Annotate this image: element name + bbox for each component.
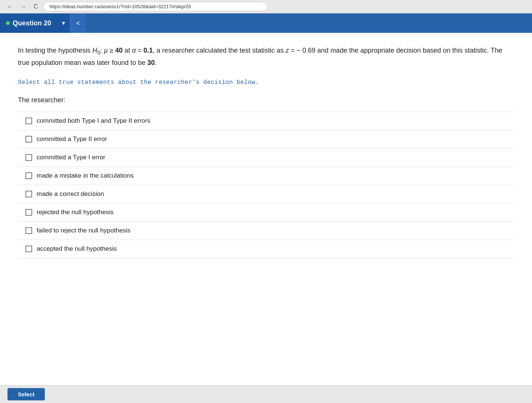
checkbox-opt1[interactable] — [25, 118, 32, 124]
option-label: made a mistake in the calculations — [37, 172, 134, 179]
browser-bar: ← → C https://ideas.humber.ca/assess1/?c… — [0, 0, 532, 13]
sub-label: The researcher: — [18, 96, 514, 104]
option-label: failed to reject the null hypothesis — [37, 227, 130, 234]
status-dot — [6, 21, 10, 25]
option-label: rejected the null hypothesis — [37, 209, 114, 216]
content-area: In testing the hypothesis H0: μ ≥ 40 at … — [0, 33, 532, 399]
checkbox-opt5[interactable] — [25, 191, 32, 197]
option-label: committed both Type I and Type II errors — [37, 117, 151, 125]
list-item[interactable]: made a correct decision — [18, 185, 514, 203]
forward-button[interactable]: → — [18, 2, 28, 12]
checkbox-opt6[interactable] — [25, 209, 32, 216]
select-button[interactable]: Select — [7, 388, 45, 400]
list-item[interactable]: failed to reject the null hypothesis — [18, 221, 514, 240]
checkbox-opt7[interactable] — [25, 227, 32, 234]
list-item[interactable]: committed a Type II error — [18, 130, 514, 148]
checkbox-opt3[interactable] — [25, 154, 32, 161]
question-header: Question 20 ▼ < — [0, 13, 532, 33]
option-label: committed a Type I error — [37, 154, 105, 161]
list-item[interactable]: accepted the null hypothesis — [18, 240, 514, 258]
question-title: Question 20 — [0, 13, 57, 33]
url-bar[interactable]: https://ideas.humber.ca/assess1/?cid=105… — [43, 2, 267, 11]
bottom-bar: Select — [0, 385, 532, 403]
question-text: In testing the hypothesis H0: μ ≥ 40 at … — [18, 45, 514, 69]
checkbox-opt8[interactable] — [25, 246, 32, 252]
options-list: committed both Type I and Type II errors… — [18, 112, 514, 258]
question-dropdown-button[interactable]: ▼ — [57, 13, 70, 33]
checkbox-opt2[interactable] — [25, 136, 32, 143]
question-nav-back-button[interactable]: < — [70, 13, 86, 33]
option-label: made a correct decision — [37, 190, 104, 198]
option-label: accepted the null hypothesis — [37, 245, 117, 253]
instruction-text: Select all true statements about the res… — [18, 79, 514, 86]
option-label: committed a Type II error — [37, 135, 107, 143]
checkbox-opt4[interactable] — [25, 172, 32, 179]
refresh-button[interactable]: C — [31, 2, 40, 12]
list-item[interactable]: rejected the null hypothesis — [18, 203, 514, 221]
list-item[interactable]: made a mistake in the calculations — [18, 166, 514, 185]
back-button[interactable]: ← — [4, 2, 15, 12]
question-label: Question 20 — [13, 19, 51, 27]
list-item[interactable]: committed both Type I and Type II errors — [18, 112, 514, 130]
list-item[interactable]: committed a Type I error — [18, 148, 514, 166]
